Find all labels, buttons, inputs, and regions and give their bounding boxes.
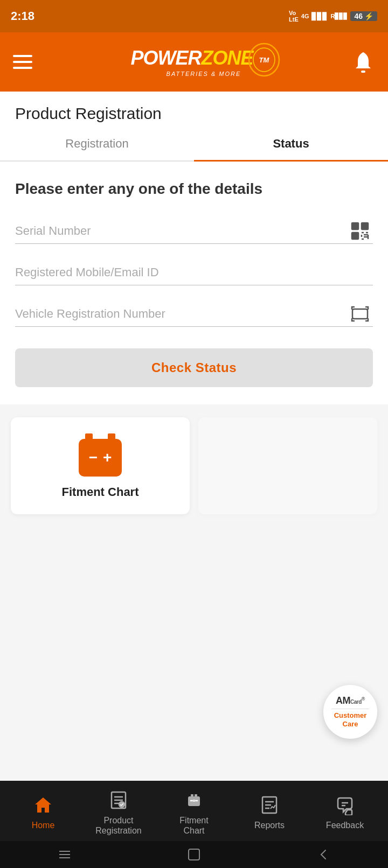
nav-feedback[interactable]: Feedback (318, 793, 372, 830)
svg-text:TM: TM (259, 56, 269, 64)
nav-home[interactable]: Home (16, 793, 70, 830)
logo-zone: ZONE (202, 47, 253, 69)
android-back-button[interactable] (313, 844, 334, 865)
page-title-bar: Product Registration (0, 92, 388, 127)
nav-product-reg-label: Product Registration (95, 815, 141, 836)
home-icon (31, 793, 55, 817)
main-content: Please enter any one of the details (0, 162, 388, 404)
android-nav-bar (0, 841, 388, 868)
serial-number-input[interactable] (15, 219, 373, 244)
page-title: Product Registration (15, 104, 373, 123)
svg-rect-9 (353, 234, 357, 238)
svg-rect-7 (363, 224, 367, 228)
customer-care-fab[interactable]: AMCard® CustomerCare (323, 685, 377, 739)
nav-reports-label: Reports (254, 820, 285, 830)
logo-tagline: BATTERIES & MORE (167, 71, 241, 77)
nav-feedback-label: Feedback (326, 820, 364, 830)
logo: POWER ZONE TM BATTERIES & MORE (32, 47, 351, 77)
nav-home-label: Home (32, 820, 55, 830)
status-bar: 2:18 VoLtE 4G ▊▊▊ R▊▊▊ 46 ⚡ (0, 0, 388, 32)
vehicle-scan-icon[interactable] (349, 303, 371, 325)
nav-product-registration[interactable]: Product Registration (92, 788, 146, 836)
tab-registration[interactable]: Registration (0, 127, 194, 160)
network-icons: VoLtE 4G ▊▊▊ R▊▊▊ 46 ⚡ (289, 10, 377, 23)
am-card-logo: AMCard® (331, 695, 369, 706)
product-reg-icon (107, 788, 130, 812)
svg-rect-5 (353, 224, 357, 228)
svg-rect-40 (189, 849, 199, 860)
svg-rect-25 (191, 794, 193, 796)
tab-bar: Registration Status (0, 127, 388, 162)
time-display: 2:18 (11, 9, 34, 23)
battery-level: 46 (354, 12, 363, 20)
logo-power: POWER (130, 47, 201, 69)
android-home-button[interactable] (183, 844, 205, 865)
notification-button[interactable] (351, 50, 375, 74)
svg-rect-3 (361, 71, 365, 73)
android-menu-button[interactable] (54, 844, 75, 865)
tab-status[interactable]: Status (194, 127, 388, 160)
fitment-chart-label: Fitment Chart (62, 485, 139, 499)
bottom-nav: Home Product Registration (0, 781, 388, 841)
reports-icon (258, 793, 281, 817)
form-heading: Please enter any one of the details (15, 179, 373, 199)
vehicle-reg-input[interactable] (15, 302, 373, 327)
serial-number-group (15, 219, 373, 244)
second-card[interactable] (198, 417, 377, 514)
feedback-icon (333, 793, 357, 817)
nav-fitment-label: Fitment Chart (179, 815, 208, 836)
cards-section: − + Fitment Chart (0, 407, 388, 514)
nav-reports[interactable]: Reports (242, 793, 296, 830)
app-header: POWER ZONE TM BATTERIES & MORE (0, 32, 388, 92)
mobile-email-input[interactable] (15, 260, 373, 285)
fitment-chart-card[interactable]: − + Fitment Chart (11, 417, 190, 514)
nav-fitment-chart[interactable]: Fitment Chart (167, 788, 221, 836)
qr-scan-icon[interactable] (349, 220, 371, 242)
vehicle-reg-group (15, 302, 373, 327)
customer-care-label: CustomerCare (331, 711, 369, 728)
svg-rect-18 (352, 309, 368, 319)
fitment-chart-nav-icon (182, 788, 206, 812)
hamburger-menu[interactable] (13, 55, 32, 69)
mobile-email-group (15, 260, 373, 285)
svg-rect-26 (195, 794, 197, 796)
check-status-button[interactable]: Check Status (15, 348, 373, 387)
